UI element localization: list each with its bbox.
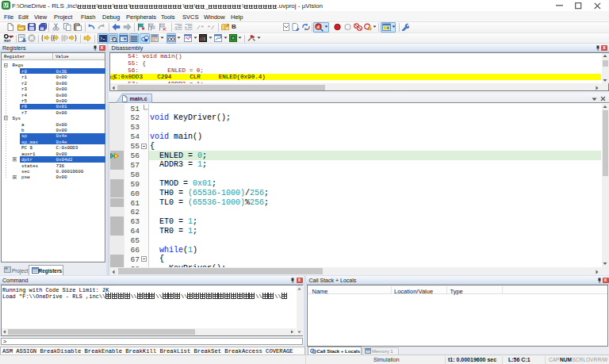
svg-text:/*: /*	[197, 24, 205, 31]
svg-text:*/: */	[207, 24, 215, 31]
svg-text:RST: RST	[4, 39, 11, 42]
svg-text:d: d	[316, 24, 320, 29]
